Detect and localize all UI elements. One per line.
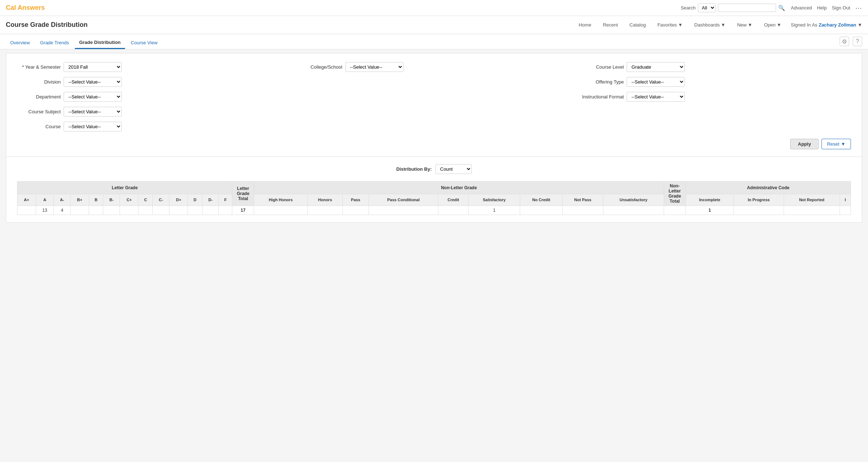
col-credit: Credit xyxy=(438,194,469,206)
col-not-pass: Not Pass xyxy=(562,194,603,206)
cell-satisfactory: 1 xyxy=(469,206,520,215)
nav-open[interactable]: Open ▼ xyxy=(762,21,784,29)
apply-button[interactable]: Apply xyxy=(790,139,819,149)
search-button[interactable]: 🔍 xyxy=(778,5,785,11)
search-type-select[interactable]: All xyxy=(698,3,716,12)
filter-grid: * Year & Semester 2018 Fall College/Scho… xyxy=(17,62,851,131)
division-row: Division --Select Value-- xyxy=(17,77,288,87)
college-school-row: College/School --Select Value-- xyxy=(299,62,570,72)
col-b-plus: B+ xyxy=(71,194,89,206)
cell-pass-cond xyxy=(369,206,438,215)
grade-table: Letter Grade Letter Grade Total Non-Lett… xyxy=(17,181,851,215)
instructional-format-select[interactable]: --Select Value-- xyxy=(627,92,685,102)
tab-grade-trends[interactable]: Grade Trends xyxy=(36,36,73,49)
offering-type-row: Offering Type --Select Value-- xyxy=(580,77,851,87)
cell-f xyxy=(219,206,232,215)
instructional-format-row: Instructional Format --Select Value-- xyxy=(580,92,851,102)
year-semester-select[interactable]: 2018 Fall xyxy=(64,62,122,72)
col-a-minus: A- xyxy=(54,194,71,206)
dots-icon[interactable]: ⋯ xyxy=(855,4,862,12)
signed-in-label: Signed In As xyxy=(791,22,817,28)
division-label: Division xyxy=(17,79,61,85)
app-logo: Cal Answers xyxy=(6,4,45,12)
year-semester-row: * Year & Semester 2018 Fall xyxy=(17,62,288,72)
division-select[interactable]: --Select Value-- xyxy=(64,77,122,87)
cell-credit xyxy=(438,206,469,215)
admin-code-group-header: Administrative Code xyxy=(686,182,851,194)
col-pass-cond: Pass Conditional xyxy=(369,194,438,206)
col-pass: Pass xyxy=(342,194,369,206)
col-satisfactory: Satisfactory xyxy=(469,194,520,206)
col-incomplete: Incomplete xyxy=(686,194,734,206)
signed-in-name[interactable]: Zachary Zollman xyxy=(819,22,856,28)
letter-grade-total-header: Letter Grade Total xyxy=(232,182,254,206)
tab-grade-distribution[interactable]: Grade Distribution xyxy=(75,36,125,49)
course-select[interactable]: --Select Value-- xyxy=(64,122,122,131)
logo-answers: Answers xyxy=(16,4,45,11)
cell-unsatisfactory xyxy=(603,206,664,215)
nav-catalog[interactable]: Catalog xyxy=(627,21,648,29)
cell-b xyxy=(89,206,103,215)
cell-incomplete: 1 xyxy=(686,206,734,215)
advanced-link[interactable]: Advanced xyxy=(791,5,812,11)
course-subject-select[interactable]: --Select Value-- xyxy=(64,107,122,117)
cell-not-reported xyxy=(784,206,840,215)
settings-icon[interactable]: ⚙ xyxy=(840,37,849,46)
table-row: 13 4 17 xyxy=(17,206,851,215)
help-link[interactable]: Help xyxy=(817,5,827,11)
cell-c-minus xyxy=(153,206,169,215)
tab-overview[interactable]: Overview xyxy=(6,36,34,49)
department-select[interactable]: --Select Value-- xyxy=(64,92,122,102)
filter-section: * Year & Semester 2018 Fall College/Scho… xyxy=(6,53,862,157)
nav-dashboards[interactable]: Dashboards ▼ xyxy=(692,21,728,29)
tabs-bar: Overview Grade Trends Grade Distribution… xyxy=(0,34,868,49)
distribution-section: Distribution By: Count Letter Grade Lett… xyxy=(6,157,862,222)
cell-b-minus xyxy=(103,206,120,215)
reset-button[interactable]: Reset ▼ xyxy=(821,139,851,149)
course-row: Course --Select Value-- xyxy=(17,122,288,131)
letter-grade-group-header: Letter Grade xyxy=(17,182,232,194)
offering-type-select[interactable]: --Select Value-- xyxy=(627,77,685,87)
cell-a-plus xyxy=(17,206,36,215)
nav-home[interactable]: Home xyxy=(576,21,594,29)
cell-d-minus xyxy=(202,206,219,215)
signed-in-area: Signed In As Zachary Zollman ▼ xyxy=(791,22,862,28)
distribution-by-row: Distribution By: Count xyxy=(17,164,851,174)
nav-recent[interactable]: Recent xyxy=(601,21,620,29)
page-nav: Home Recent Catalog Favorites ▼ Dashboar… xyxy=(576,21,784,29)
page-title: Course Grade Distribution xyxy=(6,21,88,29)
search-label: Search xyxy=(681,5,696,11)
year-semester-label: * Year & Semester xyxy=(17,64,61,70)
page-header: Course Grade Distribution Home Recent Ca… xyxy=(0,16,868,34)
course-level-select[interactable]: Graduate xyxy=(627,62,685,72)
nav-favorites[interactable]: Favorites ▼ xyxy=(655,21,685,29)
cell-last xyxy=(840,206,851,215)
cell-not-pass xyxy=(562,206,603,215)
distribution-by-select[interactable]: Count xyxy=(435,164,472,174)
cell-honors xyxy=(308,206,342,215)
distribution-by-label: Distribution By: xyxy=(396,166,432,172)
cell-in-progress xyxy=(734,206,784,215)
col-d-plus: D+ xyxy=(169,194,188,206)
college-school-select[interactable]: --Select Value-- xyxy=(345,62,403,72)
tab-course-view[interactable]: Course View xyxy=(126,36,162,49)
cell-d-plus xyxy=(169,206,188,215)
col-a: A xyxy=(36,194,54,206)
signout-link[interactable]: Sign Out xyxy=(832,5,850,11)
col-c-plus: C+ xyxy=(120,194,138,206)
cell-a: 13 xyxy=(36,206,54,215)
nav-new[interactable]: New ▼ xyxy=(735,21,755,29)
col-unsatisfactory: Unsatisfactory xyxy=(603,194,664,206)
instructional-format-label: Instructional Format xyxy=(580,94,624,100)
col-a-plus: A+ xyxy=(17,194,36,206)
help-icon[interactable]: ? xyxy=(853,37,862,46)
col-f: F xyxy=(219,194,232,206)
col-c-minus: C- xyxy=(153,194,169,206)
filter-actions: Apply Reset ▼ xyxy=(17,139,851,149)
cell-c xyxy=(138,206,153,215)
cell-letter-total: 17 xyxy=(232,206,254,215)
course-subject-row: Course Subject --Select Value-- xyxy=(17,107,288,117)
col-high-honors: High Honors xyxy=(254,194,308,206)
col-in-progress: In Progress xyxy=(734,194,784,206)
search-input[interactable] xyxy=(718,4,776,12)
